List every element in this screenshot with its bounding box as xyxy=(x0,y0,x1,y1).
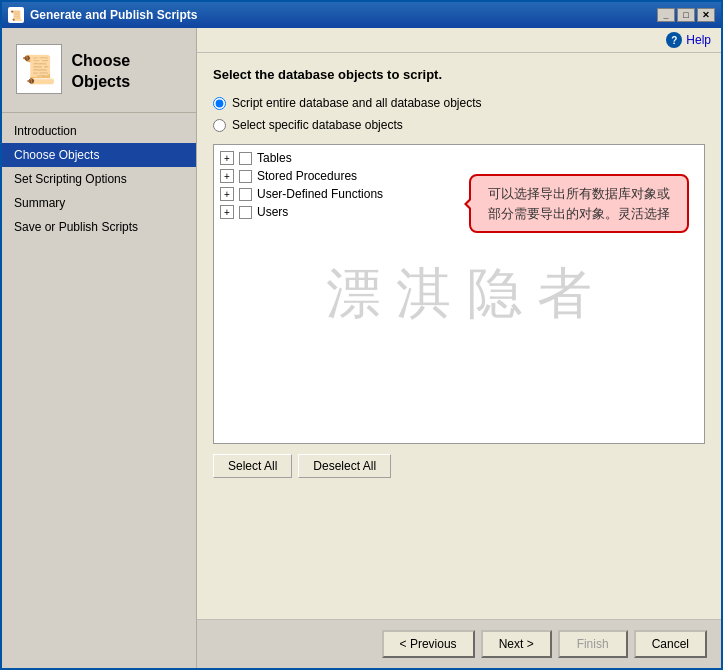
sidebar-header: 📜 Choose Objects xyxy=(2,28,196,113)
help-icon: ? xyxy=(666,32,682,48)
help-label: Help xyxy=(686,33,711,47)
maximize-button[interactable]: □ xyxy=(677,8,695,22)
label-udf: User-Defined Functions xyxy=(257,187,383,201)
sidebar-item-choose-objects[interactable]: Choose Objects xyxy=(2,143,196,167)
sidebar-item-summary[interactable]: Summary xyxy=(2,191,196,215)
sidebar-item-introduction[interactable]: Introduction xyxy=(2,119,196,143)
expand-stored-procedures[interactable]: + xyxy=(220,169,234,183)
wizard-icon: 📜 xyxy=(16,44,62,94)
callout-text: 可以选择导出所有数据库对象或部分需要导出的对象。灵活选择 xyxy=(488,186,670,221)
sidebar-title: Choose Objects xyxy=(72,51,182,93)
label-users: Users xyxy=(257,205,288,219)
sidebar-item-save-publish[interactable]: Save or Publish Scripts xyxy=(2,215,196,239)
deselect-all-button[interactable]: Deselect All xyxy=(298,454,391,478)
label-tables: Tables xyxy=(257,151,292,165)
expand-tables[interactable]: + xyxy=(220,151,234,165)
sidebar: 📜 Choose Objects Introduction Choose Obj… xyxy=(2,28,197,668)
radio-specific-label: Select specific database objects xyxy=(232,118,403,132)
radio-specific[interactable] xyxy=(213,119,226,132)
previous-button[interactable]: < Previous xyxy=(382,630,475,658)
top-bar: ? Help xyxy=(197,28,721,53)
content-area: 📜 Choose Objects Introduction Choose Obj… xyxy=(2,28,721,668)
help-link[interactable]: ? Help xyxy=(666,32,711,48)
checkbox-stored-procedures[interactable] xyxy=(239,170,252,183)
radio-option-entire-db: Script entire database and all database … xyxy=(213,96,705,110)
radio-group: Script entire database and all database … xyxy=(213,96,705,132)
expand-users[interactable]: + xyxy=(220,205,234,219)
main-content: Select the database objects to script. S… xyxy=(197,53,721,619)
app-icon: 📜 xyxy=(8,7,24,23)
tree-item-tables: + Tables xyxy=(218,149,700,167)
sidebar-item-scripting-options[interactable]: Set Scripting Options xyxy=(2,167,196,191)
finish-button[interactable]: Finish xyxy=(558,630,628,658)
minimize-button[interactable]: _ xyxy=(657,8,675,22)
watermark: 漂 淇 隐 者 xyxy=(326,257,592,331)
checkbox-udf[interactable] xyxy=(239,188,252,201)
radio-option-specific: Select specific database objects xyxy=(213,118,705,132)
expand-udf[interactable]: + xyxy=(220,187,234,201)
radio-entire-db[interactable] xyxy=(213,97,226,110)
next-button[interactable]: Next > xyxy=(481,630,552,658)
main-area: ? Help Select the database objects to sc… xyxy=(197,28,721,668)
main-window: 📜 Generate and Publish Scripts _ □ ✕ 📜 C… xyxy=(0,0,723,670)
sidebar-nav: Introduction Choose Objects Set Scriptin… xyxy=(2,113,196,668)
select-all-button[interactable]: Select All xyxy=(213,454,292,478)
select-buttons: Select All Deselect All xyxy=(213,454,705,478)
checkbox-tables[interactable] xyxy=(239,152,252,165)
section-title: Select the database objects to script. xyxy=(213,67,705,82)
label-stored-procedures: Stored Procedures xyxy=(257,169,357,183)
titlebar: 📜 Generate and Publish Scripts _ □ ✕ xyxy=(2,2,721,28)
callout-tooltip: 可以选择导出所有数据库对象或部分需要导出的对象。灵活选择 xyxy=(469,174,689,233)
footer-button-bar: < Previous Next > Finish Cancel xyxy=(197,619,721,668)
checkbox-users[interactable] xyxy=(239,206,252,219)
radio-entire-db-label: Script entire database and all database … xyxy=(232,96,482,110)
close-button[interactable]: ✕ xyxy=(697,8,715,22)
window-title: Generate and Publish Scripts xyxy=(30,8,651,22)
cancel-button[interactable]: Cancel xyxy=(634,630,707,658)
titlebar-buttons: _ □ ✕ xyxy=(657,8,715,22)
